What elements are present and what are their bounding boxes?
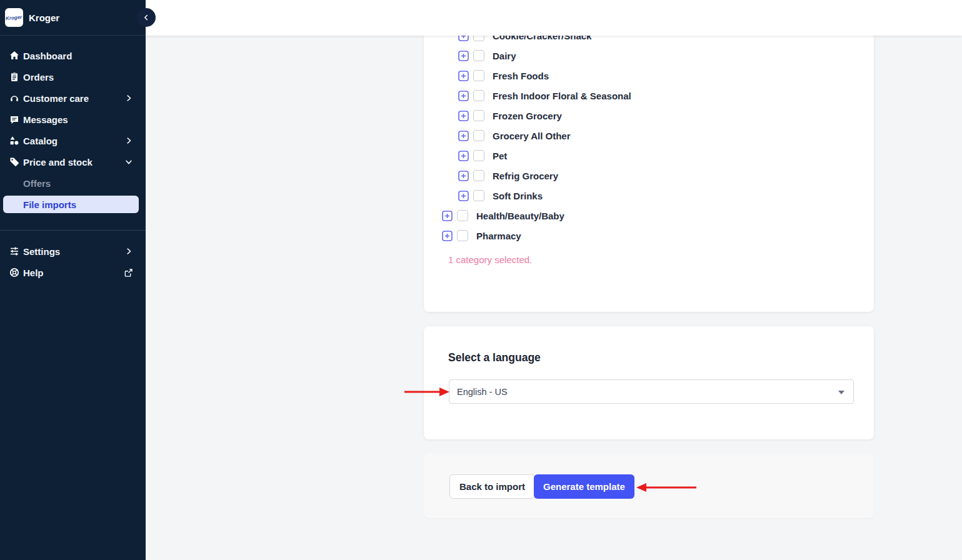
chevron-right-icon — [124, 136, 133, 145]
category-checkbox[interactable] — [457, 210, 468, 221]
chevron-right-icon — [124, 247, 133, 256]
category-label: Grocery All Other — [493, 131, 570, 141]
language-selected-value: English - US — [457, 387, 508, 397]
sliders-icon — [9, 246, 19, 256]
sidebar-item-dashboard[interactable]: Dashboard — [0, 45, 146, 66]
sidebar-item-help[interactable]: Help — [0, 262, 146, 283]
category-checkbox[interactable] — [473, 130, 484, 141]
sidebar-item-label: Help — [23, 268, 44, 278]
sidebar-item-label: Customer care — [23, 93, 89, 104]
expand-plus-icon[interactable] — [458, 191, 469, 201]
expand-plus-icon[interactable] — [458, 151, 469, 161]
actions-card: Back to import Generate template — [424, 454, 874, 518]
tree-row[interactable]: Pharmacy — [424, 226, 874, 246]
expand-plus-icon[interactable] — [458, 51, 469, 61]
category-label: Frozen Grocery — [493, 111, 562, 121]
external-link-icon — [124, 268, 133, 278]
brand-name: Kroger — [29, 12, 59, 23]
kroger-logo: Kroger — [5, 8, 23, 27]
chevron-right-icon — [124, 94, 133, 102]
sidebar-header: Kroger Kroger — [0, 0, 146, 36]
category-label: Fresh Indoor Floral & Seasonal — [493, 91, 631, 101]
sidebar-item-label: Settings — [23, 246, 60, 257]
shapes-icon — [9, 136, 19, 146]
category-label: Dairy — [493, 51, 516, 61]
category-label: Health/Beauty/Baby — [476, 211, 564, 221]
sidebar-item-messages[interactable]: Messages — [0, 109, 146, 130]
tree-row[interactable]: Fresh Indoor Floral & Seasonal — [424, 86, 874, 106]
dropdown-caret-icon — [838, 391, 844, 394]
sidebar-subitem-label: File imports — [23, 199, 76, 210]
life-ring-icon — [9, 268, 19, 278]
sidebar-item-customer-care[interactable]: Customer care — [0, 88, 146, 109]
language-card: Select a language English - US — [424, 326, 874, 439]
expand-plus-icon[interactable] — [458, 131, 469, 141]
category-checkbox[interactable] — [473, 190, 484, 201]
sidebar-item-price-and-stock[interactable]: Price and stock — [0, 151, 146, 172]
category-label: Pet — [493, 151, 507, 161]
sidebar-item-orders[interactable]: Orders — [0, 66, 146, 88]
tree-row[interactable]: Refrig Grocery — [424, 166, 874, 186]
app-root: Kroger Kroger Dashboard Orders — [0, 0, 962, 560]
tree-row[interactable]: Health/Beauty/Baby — [424, 206, 874, 226]
sidebar-item-label: Orders — [23, 72, 54, 82]
sidebar-subitem-label: Offers — [23, 178, 51, 189]
expand-plus-icon[interactable] — [458, 91, 469, 101]
chat-icon — [9, 114, 19, 124]
sidebar-item-label: Dashboard — [23, 51, 72, 61]
category-checkbox[interactable] — [473, 150, 484, 161]
category-checkbox[interactable] — [473, 50, 484, 61]
tree-row[interactable]: Fresh Foods — [424, 66, 874, 86]
expand-plus-icon[interactable] — [442, 231, 453, 241]
back-to-import-button[interactable]: Back to import — [449, 474, 535, 499]
category-label: Soft Drinks — [493, 191, 543, 201]
category-checkbox[interactable] — [473, 70, 484, 81]
sidebar: Kroger Kroger Dashboard Orders — [0, 0, 146, 560]
sidebar-item-label: Messages — [23, 114, 68, 125]
category-label: Refrig Grocery — [493, 171, 558, 181]
kroger-logo-text: Kroger — [6, 14, 23, 21]
sidebar-subitem-file-imports[interactable]: File imports — [3, 196, 139, 213]
chevron-left-icon — [142, 13, 151, 22]
clipboard-icon — [9, 72, 19, 82]
expand-plus-icon[interactable] — [458, 171, 469, 181]
tree-row[interactable]: Dairy — [424, 46, 874, 66]
sidebar-item-settings[interactable]: Settings — [0, 241, 146, 262]
category-tree-card: Cookie/Cracker/Snack Dairy Fresh Foods F… — [424, 19, 874, 312]
category-checkbox[interactable] — [473, 110, 484, 121]
tree-row[interactable]: Pet — [424, 146, 874, 166]
top-bar — [146, 0, 962, 36]
sidebar-collapse-button[interactable] — [137, 8, 156, 27]
category-label: Pharmacy — [476, 231, 521, 241]
tree-row[interactable]: Frozen Grocery — [424, 106, 874, 126]
home-icon — [9, 51, 19, 61]
chevron-down-icon — [124, 158, 133, 166]
generate-template-button[interactable]: Generate template — [534, 474, 634, 499]
sidebar-item-label: Price and stock — [23, 157, 93, 168]
expand-plus-icon[interactable] — [458, 71, 469, 81]
category-label: Fresh Foods — [493, 71, 549, 81]
sidebar-item-catalog[interactable]: Catalog — [0, 130, 146, 151]
category-checkbox[interactable] — [473, 170, 484, 181]
sidebar-item-label: Catalog — [23, 136, 58, 146]
sidebar-divider — [0, 230, 146, 231]
sidebar-footer: Settings Help — [0, 241, 146, 283]
tree-row[interactable]: Soft Drinks — [424, 186, 874, 206]
sidebar-subitem-offers[interactable]: Offers — [0, 175, 146, 191]
headset-icon — [9, 93, 19, 103]
tag-icon — [9, 157, 19, 167]
tree-row[interactable]: Grocery All Other — [424, 126, 874, 146]
expand-plus-icon[interactable] — [458, 111, 469, 121]
language-select[interactable]: English - US — [449, 379, 854, 404]
language-section-title: Select a language — [448, 351, 541, 364]
category-checkbox[interactable] — [457, 230, 468, 241]
category-checkbox[interactable] — [473, 90, 484, 101]
categories-selected-note: 1 category selected. — [424, 254, 874, 265]
category-tree: Cookie/Cracker/Snack Dairy Fresh Foods F… — [424, 19, 874, 265]
main-content: Cookie/Cracker/Snack Dairy Fresh Foods F… — [146, 36, 962, 560]
expand-plus-icon[interactable] — [442, 211, 453, 221]
sidebar-nav: Dashboard Orders Customer care — [0, 45, 146, 213]
